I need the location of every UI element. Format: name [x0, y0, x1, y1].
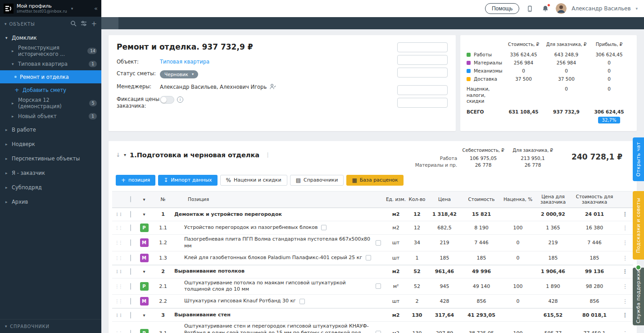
drag-handle-icon[interactable]	[115, 284, 122, 289]
estimate-action-button[interactable]	[397, 85, 448, 95]
status-dropdown[interactable]: Черновик ▾	[160, 70, 198, 78]
row-checkbox[interactable]	[130, 255, 131, 261]
expand-arrow-icon[interactable]: ▸	[12, 101, 18, 105]
add-position-button[interactable]: +позиция	[116, 175, 155, 186]
section-kebab-icon[interactable]: ⋮	[263, 151, 272, 158]
import-data-button[interactable]: ↧Импорт данных	[158, 175, 217, 186]
estimate-tab[interactable]	[187, 17, 204, 29]
phone-icon[interactable]	[524, 3, 535, 14]
row-expand-chevron-icon[interactable]: ▾	[136, 269, 152, 274]
table-row[interactable]: ▾ 3 Выравнивание стен м2 130	[112, 308, 633, 322]
estimate-action-button[interactable]	[397, 98, 448, 108]
row-expand-chevron-icon[interactable]: ▾	[136, 212, 152, 217]
open-chat-tab[interactable]: Открыть чат	[633, 137, 644, 181]
expand-arrow-icon[interactable]: ▾	[12, 62, 18, 66]
sidebar-section-item[interactable]: Архив	[0, 195, 101, 209]
sidebar-section-item[interactable]: Перспективные объекты	[0, 151, 101, 166]
estimate-tab[interactable]	[170, 17, 187, 29]
drag-handle-icon[interactable]	[115, 269, 122, 274]
table-row[interactable]: ▾ М 1.3 Клей для газобетонных блоков Pal…	[112, 251, 633, 265]
filter-icon[interactable]	[81, 20, 87, 28]
row-kebab-icon[interactable]: ⋮	[617, 312, 633, 319]
row-checkbox[interactable]	[130, 224, 131, 231]
row-kebab-icon[interactable]: ⋮	[617, 211, 633, 218]
bell-icon[interactable]	[540, 3, 551, 14]
help-button[interactable]: Помощь	[485, 3, 519, 14]
sidebar-tree-item[interactable]: ▸ Реконструкция исторического ... 14	[0, 44, 101, 57]
add-object-icon[interactable]: +	[91, 21, 97, 27]
fix-price-toggle[interactable]	[160, 96, 174, 104]
drag-handle-icon[interactable]	[115, 240, 122, 245]
directories-footer[interactable]: ▾ СПРАВОЧНИКИ	[0, 319, 101, 333]
estimate-action-button[interactable]	[397, 55, 448, 65]
note-checkbox[interactable]	[376, 331, 381, 333]
chevron-down-icon[interactable]: ▾	[5, 22, 7, 26]
references-button[interactable]: ▤Справочники	[290, 175, 344, 186]
expand-arrow-icon[interactable]	[5, 185, 12, 190]
table-row[interactable]: ▾ Р 2.1 Оштукатуривание потолка по маяка…	[112, 278, 633, 295]
expand-arrow-icon[interactable]: ▾	[5, 36, 12, 40]
sidebar-tree-item[interactable]: ▾ Типовая квартира 1	[0, 57, 101, 70]
estimate-tab[interactable]	[136, 17, 153, 29]
drag-handle-icon[interactable]	[115, 299, 122, 304]
estimate-tab[interactable]	[101, 17, 118, 29]
expand-arrow-icon[interactable]: ▸	[12, 114, 18, 119]
row-kebab-icon[interactable]: ⋮	[617, 239, 633, 246]
markups-discounts-button[interactable]: %Наценки и скидки	[220, 175, 287, 186]
sidebar-section-item[interactable]: Субподряд	[0, 180, 101, 195]
sidebar-section-item[interactable]: Я - заказчик	[0, 166, 101, 180]
row-kebab-icon[interactable]: ⋮	[617, 224, 633, 231]
profile-block[interactable]: Мой профиль smetter.test01@inbox.ru ▾ «	[0, 0, 101, 17]
expand-arrow-icon[interactable]	[5, 156, 12, 161]
expand-arrow-icon[interactable]: ▸	[12, 49, 18, 53]
row-checkbox[interactable]	[130, 298, 131, 305]
table-row[interactable]: ▾ Р 1.1 Устройство перегородок из пазогр…	[112, 221, 633, 235]
note-checkbox[interactable]	[299, 299, 305, 304]
row-expand-chevron-icon[interactable]: ▾	[136, 313, 152, 318]
drag-handle-icon[interactable]	[115, 212, 122, 217]
drag-handle-icon[interactable]	[115, 313, 122, 318]
row-checkbox[interactable]	[130, 312, 131, 319]
drag-handle-icon[interactable]	[115, 331, 122, 333]
estimate-tab[interactable]	[153, 17, 170, 29]
table-row[interactable]: ▾ 2 Выравнивание потолков м2 52	[112, 265, 633, 278]
expand-arrow-icon[interactable]	[5, 128, 12, 132]
avatar[interactable]	[556, 3, 567, 14]
rate-base-button[interactable]: ▦База расценок	[346, 175, 403, 186]
expand-arrow-icon[interactable]	[5, 142, 12, 146]
table-row[interactable]: ▾ 1 Демонтаж и устройство перегородок м2…	[112, 208, 633, 221]
drag-handle-icon[interactable]	[115, 225, 122, 230]
estimate-action-button[interactable]	[397, 68, 448, 78]
collapse-rows-chevron-icon[interactable]: ▾	[136, 197, 152, 202]
support-tab[interactable]: Служба поддержки	[633, 268, 644, 325]
edit-managers-icon[interactable]	[269, 83, 276, 91]
estimate-action-button[interactable]	[397, 42, 448, 52]
sidebar-section-item[interactable]: Нодверк	[0, 137, 101, 151]
row-kebab-icon[interactable]: ⋮	[617, 330, 633, 333]
row-kebab-icon[interactable]: ⋮	[617, 268, 633, 275]
table-row[interactable]: ▾ Р 3.1 Оштукатуривание стен и перегород…	[112, 322, 633, 333]
row-kebab-icon[interactable]: ⋮	[617, 298, 633, 305]
sidebar-tree-item[interactable]: Добавить смету	[0, 83, 101, 96]
table-row[interactable]: ▾ М 2.2 Штукатурка гипсовая Knauf Ротбан…	[112, 295, 633, 308]
expand-arrow-icon[interactable]	[5, 200, 12, 204]
sidebar-tree-item[interactable]: ▸ Морская 12 (демонстрация) 5	[0, 96, 101, 109]
note-checkbox[interactable]	[366, 255, 371, 260]
estimate-tab[interactable]	[118, 17, 136, 29]
sidebar-tree-item[interactable]: ▸ Новый объект 1	[0, 109, 101, 123]
row-checkbox[interactable]	[130, 211, 131, 218]
note-checkbox[interactable]	[376, 240, 381, 246]
profile-chevron-down-icon[interactable]: ▾	[71, 6, 73, 11]
tips-tab[interactable]: Подсказки и советы	[633, 191, 644, 260]
user-menu-chevron-icon[interactable]: ▾	[635, 6, 638, 11]
row-checkbox[interactable]	[130, 268, 131, 275]
info-icon[interactable]	[177, 96, 183, 103]
user-name[interactable]: Александр Васильев	[571, 5, 630, 12]
expand-arrow-icon[interactable]	[5, 171, 12, 175]
section-chevron-icon[interactable]: ▾	[124, 152, 126, 157]
row-checkbox[interactable]	[130, 330, 131, 333]
collapse-all-icon[interactable]: ↓	[116, 152, 120, 158]
drag-handle-icon[interactable]	[115, 255, 122, 260]
sidebar-tree-item[interactable]: ▾ Домклик	[0, 31, 101, 44]
select-all-checkbox[interactable]	[130, 196, 131, 202]
